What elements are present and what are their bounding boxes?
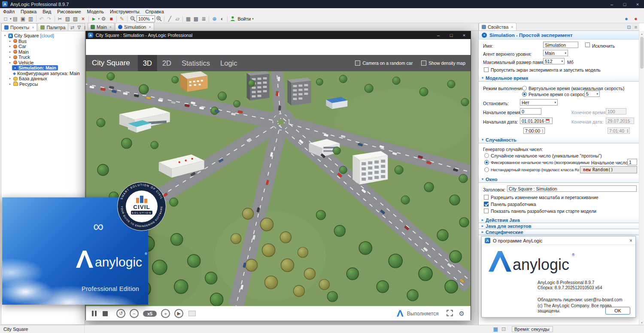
about-close-icon[interactable]: × bbox=[629, 238, 632, 244]
tree-item-simulation[interactable]: × Simulation: Main bbox=[1, 65, 85, 71]
custom-generator-radio[interactable] bbox=[484, 167, 489, 172]
menu-tools[interactable]: Инструменты bbox=[107, 8, 143, 15]
run-button[interactable]: ► bbox=[90, 15, 98, 22]
new-model-icon[interactable]: □ bbox=[2, 15, 9, 22]
allow-zoom-checkbox[interactable] bbox=[484, 195, 489, 200]
properties-tab-close-icon[interactable]: × bbox=[511, 25, 513, 29]
collapse-icon[interactable]: ▾ bbox=[3, 34, 7, 37]
console-icon[interactable]: ● bbox=[632, 15, 640, 22]
close-button[interactable]: × bbox=[631, 0, 644, 8]
login-caret-icon[interactable]: ▾ bbox=[252, 17, 254, 21]
realtime-toggle-button[interactable]: ▶ bbox=[174, 309, 183, 318]
memory-status-icon[interactable]: ⊡ bbox=[501, 325, 506, 333]
virtual-time-radio[interactable] bbox=[522, 86, 527, 91]
sim-minimize-button[interactable]: – bbox=[432, 31, 445, 39]
open-model-icon[interactable]: ▤ bbox=[12, 15, 19, 22]
tab-palette[interactable]: Палитра bbox=[37, 23, 68, 31]
tree-item-vehicle[interactable]: ▸ Vehicle bbox=[1, 60, 85, 66]
sim-close-button[interactable]: × bbox=[458, 31, 471, 39]
stop-select[interactable]: Нет ▾ bbox=[520, 99, 558, 106]
section-java-experts[interactable]: ▸ Java для экспертов bbox=[479, 223, 639, 229]
scroll-up-icon[interactable]: ▴ bbox=[639, 31, 644, 36]
compare-runs-icon[interactable]: ◐ bbox=[218, 15, 226, 22]
show-developer-panel-checkbox[interactable] bbox=[484, 209, 489, 213]
menu-file[interactable]: Файл bbox=[0, 8, 18, 15]
slow-down-button[interactable]: − bbox=[130, 309, 139, 318]
tab-projects[interactable]: Проекты × bbox=[1, 23, 37, 31]
scrollbar-thumb[interactable] bbox=[640, 37, 644, 69]
redo-icon[interactable]: ↷ bbox=[46, 15, 53, 22]
zoom-in-icon[interactable] bbox=[155, 15, 163, 22]
editor-tab-main[interactable]: Main × bbox=[88, 23, 115, 30]
menu-draw[interactable]: Рисование bbox=[54, 8, 84, 15]
login-user-icon[interactable] bbox=[229, 15, 237, 22]
properties-scrollbar[interactable]: ▴ ▾ bbox=[639, 31, 644, 325]
speed-up-button[interactable]: + bbox=[161, 309, 170, 318]
view-menu-icon[interactable]: ≡ bbox=[632, 24, 639, 30]
tree-item-car[interactable]: ▸ Car bbox=[1, 44, 85, 49]
projects-tab-close-icon[interactable]: × bbox=[32, 25, 34, 30]
expand-icon[interactable]: ▸ bbox=[8, 61, 12, 64]
start-date-input[interactable]: 01.01.2016 ▾ bbox=[520, 118, 553, 124]
tab-logic[interactable]: Logic bbox=[215, 55, 242, 71]
menu-edit[interactable]: Правка bbox=[18, 8, 39, 15]
grid-icon[interactable]: ▦ bbox=[184, 15, 192, 22]
stop-icon[interactable]: ■ bbox=[107, 15, 115, 22]
menu-help[interactable]: Справка bbox=[143, 8, 167, 15]
link-editor-icon[interactable]: ⇄ bbox=[69, 24, 76, 31]
pin-properties-icon[interactable]: ⊡ bbox=[626, 24, 632, 30]
expand-icon[interactable]: ▸ bbox=[8, 77, 12, 80]
tab-statistics[interactable]: Statistics bbox=[176, 55, 215, 71]
section-randomness[interactable]: ▾ Случайность bbox=[479, 136, 639, 143]
tree-item-bus[interactable]: ▸ Bus bbox=[1, 39, 85, 44]
expand-icon[interactable]: ▸ bbox=[8, 45, 12, 48]
save-icon[interactable]: ▣ bbox=[19, 15, 27, 22]
spin-down-icon[interactable]: ▾ bbox=[542, 131, 543, 133]
section-model-time[interactable]: ▾ Модельное время bbox=[479, 75, 639, 82]
world-icon[interactable]: ⊕ bbox=[210, 15, 218, 22]
stop-run-button[interactable] bbox=[103, 311, 108, 316]
section-window[interactable]: ▾ Окно bbox=[479, 176, 639, 183]
zoom-out-icon[interactable] bbox=[129, 15, 137, 22]
expand-icon[interactable]: ▸ bbox=[8, 39, 12, 43]
debug-icon[interactable]: ⚙ bbox=[100, 15, 107, 22]
tab-2d[interactable]: 2D bbox=[157, 55, 176, 71]
step-button[interactable]: ↺ bbox=[116, 309, 125, 318]
cut-icon[interactable]: ✂ bbox=[56, 15, 64, 22]
tab-properties[interactable]: Свойства × bbox=[479, 23, 516, 30]
paste-icon[interactable]: ▨ bbox=[72, 15, 79, 22]
tab-close-icon[interactable]: × bbox=[149, 25, 151, 29]
style-brush-icon[interactable]: ✎ bbox=[118, 15, 126, 22]
end-clock-spinner[interactable]: 7:01:40 ▴▾ bbox=[608, 127, 630, 134]
end-date-input[interactable]: 29.07.2015 bbox=[606, 118, 634, 124]
custom-generator-code[interactable]: new Random() bbox=[580, 166, 637, 173]
ok-button[interactable]: OK bbox=[605, 307, 630, 315]
model-settings-button[interactable]: ⚙ bbox=[459, 310, 465, 318]
menu-model[interactable]: Модель bbox=[84, 8, 107, 15]
minimize-button[interactable]: – bbox=[605, 0, 618, 8]
draw-shape-icon[interactable]: ▱ bbox=[173, 15, 181, 22]
filter-icon[interactable]: ∇ bbox=[76, 24, 82, 31]
fixed-seed-radio[interactable] bbox=[484, 160, 489, 165]
tree-item-truck[interactable]: ▸ Truck bbox=[1, 54, 85, 60]
density-checkbox[interactable] bbox=[421, 61, 426, 66]
tree-root-city-square[interactable]: ▾ A City Square [cloud] bbox=[1, 33, 85, 39]
maximize-button[interactable]: □ bbox=[618, 0, 631, 8]
delete-icon[interactable]: × bbox=[79, 15, 87, 22]
speed-badge[interactable]: x5 bbox=[143, 311, 157, 317]
copy-icon[interactable]: ▧ bbox=[64, 15, 72, 22]
workspace-icon[interactable]: ● bbox=[623, 15, 630, 22]
tree-item-resources[interactable]: ▸ Ресурсы bbox=[1, 82, 85, 87]
draw-line-icon[interactable]: ╱ bbox=[166, 15, 173, 22]
start-time-input[interactable]: 0 bbox=[520, 108, 541, 115]
name-input[interactable]: Simulation bbox=[543, 42, 578, 48]
tree-item-main[interactable]: ▸ Main bbox=[1, 49, 85, 55]
print-icon[interactable]: ▥ bbox=[27, 15, 35, 22]
exclude-checkbox[interactable] bbox=[585, 42, 590, 47]
tab-3d[interactable]: 3D bbox=[138, 55, 157, 71]
section-specific[interactable]: ▸ Специфические bbox=[479, 229, 639, 235]
memory-select[interactable]: 512 ▾ bbox=[543, 58, 565, 64]
skip-experiment-checkbox[interactable] bbox=[484, 67, 489, 72]
fullscreen-button[interactable] bbox=[447, 310, 453, 317]
scroll-down-icon[interactable]: ▾ bbox=[639, 320, 644, 325]
